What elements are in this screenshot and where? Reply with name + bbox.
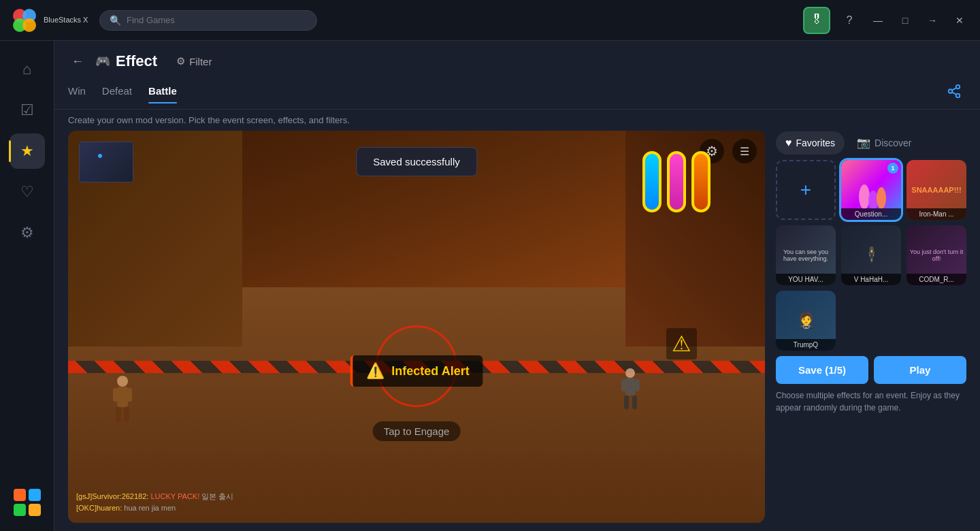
codm-card-label: CODM_R... (906, 274, 966, 285)
sidebar-item-favorites[interactable]: ★ (10, 133, 45, 169)
infected-alert-banner: ⚠️ Infected Alert (350, 355, 483, 387)
svg-rect-6 (14, 504, 26, 516)
filter-label: Filter (189, 56, 212, 67)
panel-tabs: ♥ Favorites 📷 Discover (776, 131, 966, 155)
svg-rect-22 (635, 379, 640, 391)
svg-line-12 (952, 88, 956, 91)
svg-point-26 (868, 191, 878, 210)
avatar[interactable]: 🎖 (803, 7, 830, 34)
svg-point-3 (22, 18, 36, 32)
game-character-1 (109, 373, 136, 428)
discover-label: Discover (875, 138, 911, 148)
svg-rect-7 (29, 504, 41, 516)
alert-warning-icon: ⚠️ (366, 362, 385, 380)
svg-point-10 (956, 94, 960, 98)
panel-tab-discover[interactable]: 📷 Discover (847, 131, 921, 155)
page-title-area: 🎮 Effect (95, 52, 157, 70)
hud-menu-button[interactable]: ☰ (732, 139, 757, 163)
minimap (79, 142, 133, 182)
panel-tab-favorites[interactable]: ♥ Favorites (776, 131, 845, 155)
minimap-dot (98, 154, 102, 158)
main-layout: ⌂ ☑ ★ ♡ ⚙ ← 🎮 Effect (0, 41, 980, 531)
titlebar-right: 🎖 ? — □ → ✕ (803, 7, 969, 34)
svg-rect-14 (117, 387, 128, 407)
tab-defeat[interactable]: Defeat (102, 85, 132, 103)
svg-rect-5 (29, 489, 41, 501)
add-effect-card[interactable]: + (776, 160, 836, 220)
game-character-2 (619, 366, 642, 414)
svg-rect-4 (14, 489, 26, 501)
svg-line-11 (952, 92, 956, 95)
effects-grid: + Question... 1 (776, 160, 966, 351)
hint-text: Choose multiple effects for an event. En… (776, 389, 966, 414)
sidebar-item-heart[interactable]: ♡ (10, 174, 45, 210)
gear-icon: ⚙ (20, 224, 34, 242)
bluestacks-bottom-logo (12, 487, 42, 517)
sidebar: ⌂ ☑ ★ ♡ ⚙ (0, 41, 54, 531)
svg-rect-15 (113, 388, 118, 402)
help-button[interactable]: ? (838, 10, 860, 31)
svg-rect-23 (624, 396, 629, 409)
search-icon: 🔍 (110, 15, 121, 26)
tap-engage-text[interactable]: Tap to Engage (373, 421, 461, 441)
minimize-button[interactable]: — (868, 11, 887, 30)
star-icon: ★ (20, 142, 34, 160)
content-area: ← 🎮 Effect ⚙ Filter Win Defeat Battle (54, 41, 980, 531)
share-button[interactable] (942, 79, 966, 103)
question-card-label: Question... (841, 208, 901, 220)
sidebar-bottom (12, 487, 42, 520)
effect-overlay (642, 151, 710, 212)
forward-button[interactable]: → (923, 11, 942, 30)
filter-button[interactable]: ⚙ Filter (176, 55, 212, 67)
panels: ⚙ ☰ Saved successfully ⚠ (54, 131, 980, 531)
svg-rect-16 (127, 388, 132, 402)
tab-battle[interactable]: Battle (148, 85, 177, 103)
maximize-button[interactable]: □ (896, 11, 915, 30)
warning-triangle-icon: ⚠ (666, 328, 697, 359)
chat-line-1: [gsJ]Survivor:262182: LUCKY PACK! 일본 출시 (76, 491, 233, 503)
svg-rect-17 (116, 407, 121, 422)
game-background: ⚙ ☰ Saved successfully ⚠ (68, 131, 765, 523)
ironman-card-label: Iron-Man ... (906, 208, 966, 220)
svg-rect-24 (632, 396, 637, 409)
effect-card-codm[interactable]: You just don't turn it off! CODM_R... (906, 225, 966, 285)
effect-card-trumpq[interactable]: 🤵 TrumpQ (776, 291, 836, 351)
trumpq-card-label: TrumpQ (776, 339, 836, 351)
question-card-badge: 1 (887, 163, 898, 174)
question-effect-visual (854, 170, 888, 210)
effect-stick-1 (642, 151, 662, 212)
top-nav: ← 🎮 Effect ⚙ Filter (54, 41, 980, 71)
effect-icon: 🎮 (95, 54, 110, 69)
svg-rect-20 (625, 378, 635, 396)
sidebar-item-settings[interactable]: ⚙ (10, 215, 45, 251)
effect-stick-3 (691, 151, 710, 212)
svg-point-13 (117, 376, 128, 387)
filter-icon: ⚙ (176, 55, 185, 67)
svg-point-19 (625, 368, 635, 378)
save-button[interactable]: Save (1/5) (776, 356, 868, 384)
library-icon: ☑ (20, 101, 34, 119)
effect-card-question[interactable]: Question... 1 (841, 160, 901, 220)
discover-camera-icon: 📷 (857, 136, 870, 149)
search-bar[interactable]: 🔍 (99, 10, 317, 31)
favorites-heart-icon: ♥ (785, 137, 792, 149)
logo-text: BlueStacks X (44, 16, 88, 25)
effect-card-youhav[interactable]: You can see you have everything. YOU HAV… (776, 225, 836, 285)
effect-card-ironman[interactable]: SNAAAAAP!!! Iron-Man ... (906, 160, 966, 220)
close-button[interactable]: ✕ (950, 11, 969, 30)
sidebar-item-library[interactable]: ☑ (10, 93, 45, 128)
back-button[interactable]: ← (68, 52, 87, 71)
search-input[interactable] (127, 15, 307, 25)
sidebar-item-home[interactable]: ⌂ (10, 52, 45, 87)
svg-point-9 (949, 89, 953, 93)
minimap-inner (80, 142, 133, 182)
tab-win[interactable]: Win (68, 85, 86, 103)
action-buttons: Save (1/5) Play (776, 356, 966, 384)
svg-rect-21 (621, 379, 626, 391)
effect-card-vhaha[interactable]: 🕴 V HaHaH... (841, 225, 901, 285)
chat-line-2: [OKC]huaren: hua ren jia men (76, 502, 233, 515)
chat-area: [gsJ]Survivor:262182: LUCKY PACK! 일본 출시 … (76, 491, 233, 515)
heart-icon: ♡ (20, 183, 34, 201)
play-button[interactable]: Play (874, 356, 966, 384)
titlebar: BlueStacks X 🔍 🎖 ? — □ → ✕ (0, 0, 980, 41)
